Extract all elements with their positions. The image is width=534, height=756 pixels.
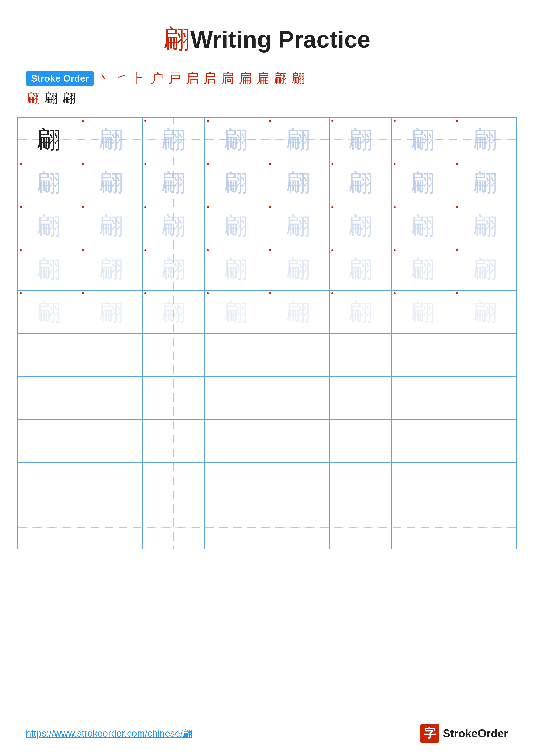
practice-grid: 翩 翩 翩 翩 翩 翩 翩 翩 [17, 118, 517, 549]
grid-cell-r10c3[interactable] [142, 506, 205, 549]
grid-cell-r9c5[interactable] [267, 463, 329, 506]
grid-cell-r9c7[interactable] [392, 463, 454, 506]
grid-cell-r1c7: 翩 [392, 118, 454, 161]
char-r5c6: 翩 [349, 300, 372, 324]
guide-dot [207, 206, 209, 208]
footer: https://www.strokeorder.com/chinese/翩 字 … [0, 724, 534, 743]
guide-dot [456, 163, 458, 165]
grid-cell-r9c1[interactable] [18, 463, 80, 506]
footer-url[interactable]: https://www.strokeorder.com/chinese/翩 [26, 727, 192, 740]
grid-cell-r8c4[interactable] [205, 419, 267, 463]
grid-cell-r5c5: 翩 [267, 290, 329, 334]
char-r4c3: 翩 [162, 257, 185, 281]
char-r4c5: 翩 [286, 257, 310, 281]
guide-dot [331, 249, 333, 251]
stroke-2: ㇀ [115, 69, 128, 87]
grid-cell-r10c7[interactable] [392, 506, 454, 549]
stroke-5: 戸 [168, 69, 181, 87]
grid-cell-r3c5: 翩 [267, 204, 329, 247]
char-r3c5: 翩 [286, 214, 310, 237]
grid-cell-r1c5: 翩 [267, 118, 329, 161]
guide-dot [394, 249, 396, 251]
grid-cell-r6c2[interactable] [80, 334, 142, 376]
grid-cell-r8c5[interactable] [267, 419, 329, 463]
grid-cell-r10c6[interactable] [329, 506, 392, 549]
guide-dot [20, 163, 22, 165]
char-r5c5: 翩 [286, 300, 310, 324]
char-r1c7: 翩 [411, 127, 435, 151]
grid-cell-r2c8: 翩 [454, 161, 516, 204]
grid-cell-r7c8[interactable] [454, 376, 516, 419]
guide-dot [394, 163, 396, 165]
guide-dot [144, 249, 146, 251]
grid-cell-r6c1[interactable] [18, 334, 80, 376]
char-r4c2: 翩 [99, 257, 123, 281]
grid-cell-r7c3[interactable] [142, 376, 205, 419]
grid-cell-r10c2[interactable] [80, 506, 142, 549]
guide-dot [269, 163, 271, 165]
char-r2c8: 翩 [473, 171, 497, 194]
char-r1c5: 翩 [286, 127, 310, 151]
grid-cell-r9c8[interactable] [454, 463, 516, 506]
grid-cell-r6c3[interactable] [142, 334, 205, 376]
grid-cell-r7c7[interactable] [392, 376, 454, 419]
grid-cell-r10c8[interactable] [454, 506, 516, 549]
guide-dot [207, 292, 209, 294]
grid-cell-r1c3: 翩 [142, 118, 205, 161]
grid-cell-r2c6: 翩 [329, 161, 392, 204]
grid-cell-r9c2[interactable] [80, 463, 142, 506]
grid-cell-r8c6[interactable] [329, 419, 392, 463]
char-r5c7: 翩 [411, 300, 435, 324]
guide-dot [144, 206, 146, 208]
grid-cell-r7c1[interactable] [18, 376, 80, 419]
char-r4c7: 翩 [411, 257, 435, 281]
grid-cell-r8c1[interactable] [18, 419, 80, 463]
grid-cell-r6c8[interactable] [454, 334, 516, 376]
stroke-1: 丶 [98, 69, 111, 87]
char-r3c3: 翩 [162, 214, 185, 237]
footer-logo-icon: 字 [420, 724, 440, 743]
grid-cell-r4c2: 翩 [80, 247, 142, 290]
grid-cell-r7c5[interactable] [267, 376, 329, 419]
grid-cell-r9c6[interactable] [329, 463, 392, 506]
char-r5c2: 翩 [99, 300, 123, 324]
grid-cell-r7c6[interactable] [329, 376, 392, 419]
grid-cell-r10c4[interactable] [205, 506, 267, 549]
grid-cell-r3c2: 翩 [80, 204, 142, 247]
grid-cell-r4c3: 翩 [142, 247, 205, 290]
char-r2c4: 翩 [224, 171, 248, 194]
grid-cell-r10c5[interactable] [267, 506, 329, 549]
grid-cell-r9c4[interactable] [205, 463, 267, 506]
guide-dot [144, 163, 146, 165]
grid-cell-r8c8[interactable] [454, 419, 516, 463]
grid-cell-r8c7[interactable] [392, 419, 454, 463]
grid-cell-r6c5[interactable] [267, 334, 329, 376]
guide-dot [82, 163, 84, 165]
grid-cell-r5c1: 翩 [18, 290, 80, 334]
grid-cell-r6c6[interactable] [329, 334, 392, 376]
char-r1c4: 翩 [224, 127, 248, 151]
grid-cell-r8c2[interactable] [80, 419, 142, 463]
grid-cell-r5c6: 翩 [329, 290, 392, 334]
char-r5c3: 翩 [162, 300, 185, 324]
grid-cell-r6c7[interactable] [392, 334, 454, 376]
guide-dot [269, 249, 271, 251]
guide-dot [456, 120, 458, 122]
guide-dot [394, 292, 396, 294]
stroke-order-section: Stroke Order 丶 ㇀ ⺊ 户 戸 启 启 扃 扁 扁 翩 翩 翩 翩… [0, 69, 534, 107]
grid-cell-r3c7: 翩 [392, 204, 454, 247]
char-r2c5: 翩 [286, 171, 310, 194]
grid-cell-r6c4[interactable] [205, 334, 267, 376]
grid-cell-r9c3[interactable] [142, 463, 205, 506]
grid-cell-r7c2[interactable] [80, 376, 142, 419]
char-r1c2: 翩 [99, 127, 123, 151]
grid-cell-r5c2: 翩 [80, 290, 142, 334]
grid-cell-r7c4[interactable] [205, 376, 267, 419]
grid-cell-r5c3: 翩 [142, 290, 205, 334]
grid-cell-r8c3[interactable] [142, 419, 205, 463]
guide-dot [207, 120, 209, 122]
guide-dot [82, 120, 84, 122]
stroke-7: 启 [204, 69, 216, 87]
char-r5c1: 翩 [37, 300, 61, 324]
grid-cell-r10c1[interactable] [18, 506, 80, 549]
